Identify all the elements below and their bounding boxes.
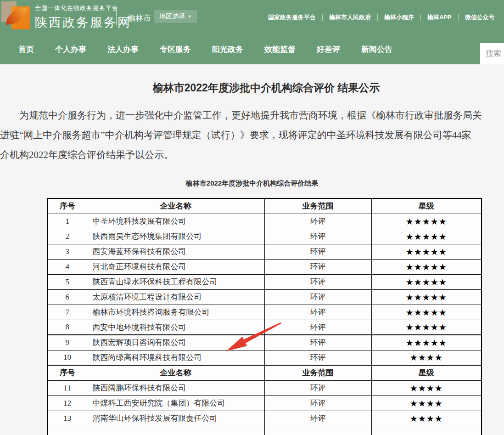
nav-item[interactable]: 首页 [18,44,34,55]
star-rating-cell: ★★★★★ [371,274,482,289]
nav-item[interactable]: 好差评 [317,44,340,55]
business-scope-cell: 环评 [264,259,371,274]
business-scope-cell: 环评 [264,380,371,395]
table-row: 9陕西宏辉项目咨询有限公司环评★★★★★ [48,335,482,350]
region-select-label: 地区选择 [159,12,185,21]
row-number-cell: 11 [48,380,87,395]
table-header-cell: 业务范围 [264,365,371,380]
nav-item[interactable]: 法人办事 [107,44,139,55]
table-header-cell: 序号 [48,365,87,380]
header-link[interactable]: 榆林市人民政府 [323,13,377,22]
table-row: 11陕西阔鹏环保科技有限公司环评★★★★ [48,380,482,395]
paragraph-line: 进驻“网上中介服务超市”中介机构考评管理规定（试行）》要求，现将评定的中圣环境科… [0,125,504,145]
table-header-cell: 企业名称 [87,365,264,380]
nav-item[interactable]: 新闻公告 [361,44,392,55]
current-city-label[interactable]: 榆林市 [128,13,151,23]
star-rating-cell: ★★★★ [371,350,482,365]
company-name-cell: 陕西阔鹏环保科技有限公司 [87,380,264,395]
table-header-cell: 企业名称 [87,198,264,214]
table-row [48,426,482,435]
paragraph-line: 介机构2022年度综合评价结果予以公示。 [0,145,504,165]
brand-block: 全国一体化在线政务服务平台 陕西政务服务网 [35,4,131,31]
search-input[interactable] [480,43,504,64]
business-scope-cell: 环评 [264,274,371,289]
row-number-cell: 3 [48,244,87,259]
table-header-cell: 星级 [371,198,482,214]
table-header-cell: 序号 [48,198,87,214]
table-row: 4河北奇正环境科技有限公司环评★★★★★ [48,259,482,274]
row-number-cell: 10 [48,350,87,365]
star-rating-cell: ★★★★★ [371,320,482,335]
company-name-cell: 西安海蓝环保科技有限公司 [87,244,264,259]
site-logo-icon[interactable] [1,1,31,30]
star-rating-cell: ★★★★★ [371,259,482,274]
company-name-cell: 中圣环境科技发展有限公司 [87,214,264,229]
company-name-cell [87,426,264,435]
row-number-cell: 12 [48,395,87,411]
announcement-paragraph: 为规范中介服务行为，进一步强化中介监管工作，更好地提升我市营商环境，根据《榆林市… [0,106,504,165]
business-scope-cell: 环评 [264,335,371,350]
table-row: 2陕西雨昊生态环境集团有限公司环评★★★★★ [48,229,482,244]
header-link[interactable]: 微信公众号 [459,13,501,22]
evaluation-table: 序号企业名称业务范围星级1中圣环境科技发展有限公司环评★★★★★2陕西雨昊生态环… [47,198,482,435]
row-number-cell: 4 [48,259,87,274]
business-scope-cell: 环评 [264,350,371,365]
table-row: 1中圣环境科技发展有限公司环评★★★★★ [48,214,482,229]
table-row: 3西安海蓝环保科技有限公司环评★★★★★ [48,244,482,259]
company-name-cell: 西安中地环境科技有限公司 [87,320,264,335]
business-scope-cell: 环评 [264,229,371,244]
row-number-cell [48,426,87,435]
header-link[interactable]: 国家政务服务平台 [262,13,322,22]
company-name-cell: 陕西尚绿高科环境科技有限公司 [87,350,264,365]
region-select-button[interactable]: 地区选择 ▼ [154,10,197,23]
company-name-cell: 陕西青山绿水环保科技工程有限公司 [87,274,264,289]
row-number-cell: 7 [48,305,87,320]
star-rating-cell: ★★★★ [371,380,482,395]
star-rating-cell: ★★★★★ [371,229,482,244]
row-number-cell: 5 [48,274,87,289]
star-rating-cell: ★★★★★ [371,305,482,320]
main-nav: 首页个人办事法人办事专区服务阳光政务效能监督好差评新闻公告 [0,34,504,64]
table-row: 5陕西青山绿水环保科技工程有限公司环评★★★★★ [48,274,482,289]
business-scope-cell: 环评 [264,289,371,305]
star-rating-cell: ★★★★★ [371,244,482,259]
business-scope-cell: 环评 [264,411,371,426]
business-scope-cell: 环评 [264,305,371,320]
table-header-row: 序号企业名称业务范围星级 [48,198,482,214]
business-scope-cell: 环评 [264,214,371,229]
nav-item[interactable]: 阳光政务 [212,44,243,55]
header-link[interactable]: 榆林APP [421,13,458,22]
table-row: 12中煤科工西安研究院（集团）有限公司环评★★★★ [48,395,482,411]
company-name-cell: 陕西雨昊生态环境集团有限公司 [87,229,264,244]
star-rating-cell: ★★★★★ [371,289,482,305]
brand-divider [116,9,117,25]
star-rating-cell: ★★★★ [371,411,482,426]
nav-item[interactable]: 专区服务 [160,44,191,55]
company-name-cell: 太原核清环境工程设计有限公司 [87,289,264,305]
row-number-cell: 1 [48,214,87,229]
row-number-cell: 8 [48,320,87,335]
table-row: 10陕西尚绿高科环境科技有限公司环评★★★★ [48,350,482,365]
site-header: 全国一体化在线政务服务平台 陕西政务服务网 榆林市 地区选择 ▼ 国家政务服务平… [0,0,504,34]
company-name-cell: 榆林市环境科技咨询服务有限公司 [87,305,264,320]
page-title: 榆林市2022年度涉批中介机构综合评价 结果公示 [0,81,504,95]
table-row: 6太原核清环境工程设计有限公司环评★★★★★ [48,289,482,305]
row-number-cell: 6 [48,289,87,305]
row-number-cell: 13 [48,411,87,426]
business-scope-cell: 环评 [264,395,371,411]
star-rating-cell: ★★★★ [371,395,482,411]
business-scope-cell: 环评 [264,320,371,335]
row-number-cell: 2 [48,229,87,244]
table-header-row: 序号企业名称业务范围星级 [48,365,482,380]
row-number-cell: 9 [48,335,87,350]
header-link[interactable]: 榆林小程序 [378,13,420,22]
business-scope-cell: 环评 [264,244,371,259]
site-name[interactable]: 陕西政务服务网 [35,14,131,31]
company-name-cell: 陕西宏辉项目咨询有限公司 [87,335,264,350]
star-rating-cell: ★★★★★ [371,335,482,350]
nav-item[interactable]: 个人办事 [55,44,86,55]
table-caption: 榆林市2022年度涉批中介机构综合评价结果 [0,179,504,188]
company-name-cell: 中煤科工西安研究院（集团）有限公司 [87,395,264,411]
nav-item[interactable]: 效能监督 [264,44,296,55]
table-header-cell: 业务范围 [264,198,371,214]
